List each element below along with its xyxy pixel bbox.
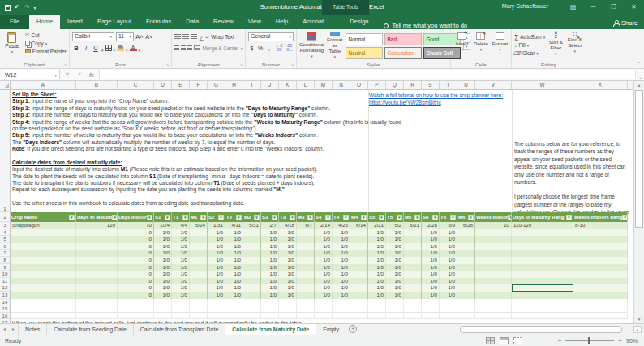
cell[interactable] [350,250,368,257]
cell[interactable] [297,299,315,306]
paste-dropdown-icon[interactable] [11,49,14,54]
cell[interactable]: 1/0 [368,229,386,237]
cell[interactable]: 0 [118,292,154,299]
table-row-6[interactable]: 01/01/01/01/01/01/01/01/01/01/01/01/0 [11,243,628,250]
cell[interactable]: 1/0 [333,271,350,278]
cell[interactable] [297,264,315,271]
fill-button[interactable]: Fill [514,41,545,49]
cell[interactable] [11,299,76,306]
cell[interactable] [512,243,573,250]
sheet-tab-maturity[interactable]: Calculate from Maturity Date [225,324,316,335]
cell[interactable]: 1/0 [261,284,279,292]
cell[interactable]: 1/0 [225,236,243,243]
row-header-2[interactable]: 2 [0,212,10,222]
cell[interactable] [512,305,573,313]
table-header-days-to-maturity-rang[interactable]: Days to Maturity Rang [512,212,573,222]
zoom-out-icon[interactable]: − [558,337,562,344]
cell[interactable] [475,250,512,257]
cell[interactable] [404,271,422,278]
cell[interactable] [404,229,422,237]
table-row-3[interactable]: Snapdragon120701/244/45/241/314/115/312/… [11,222,628,229]
cell[interactable] [350,264,368,271]
expand-formula-bar-icon[interactable] [638,67,642,82]
cell[interactable] [457,243,475,250]
cell[interactable]: 1/0 [172,229,190,237]
cell[interactable]: 1/0 [279,257,297,264]
cell[interactable] [11,271,76,278]
cell[interactable] [475,264,512,271]
table-row-16[interactable] [11,313,628,320]
cell[interactable] [440,305,457,313]
cell[interactable] [573,264,628,271]
cell[interactable] [404,243,422,250]
style-neutral[interactable]: Neutral [346,47,383,59]
cell[interactable] [261,299,279,306]
cell[interactable] [11,257,76,264]
style-normal[interactable]: Normal [346,33,383,45]
table-header-m1[interactable]: M1 [190,212,208,222]
cell[interactable] [333,305,350,313]
cell[interactable] [76,305,118,313]
filter-dropdown-icon[interactable] [112,215,118,220]
style-calculation[interactable]: Calculation [384,47,422,59]
row-header-13[interactable]: 13 [0,292,10,299]
cell[interactable] [243,243,261,250]
cell[interactable]: 1/0 [422,229,440,237]
cell[interactable]: 1/0 [333,236,350,243]
cell[interactable] [512,229,573,237]
cell[interactable] [225,313,243,320]
cell[interactable]: 1/0 [368,236,386,243]
cell[interactable] [512,271,573,278]
cell[interactable]: 1/0 [368,271,386,278]
cell[interactable]: 1/0 [172,243,190,250]
cell[interactable]: 1/24 [154,222,172,229]
table-row-12[interactable]: 01/01/01/01/01/01/01/01/01/01/01/01/0 [11,284,628,292]
cell[interactable] [154,299,172,306]
cell[interactable]: 5/9 [440,222,457,229]
table-row-14[interactable] [11,299,628,306]
table-row-4[interactable]: 01/01/01/01/01/01/01/01/01/01/01/01/0 [11,229,628,237]
filter-dropdown-icon[interactable] [622,215,628,220]
cell[interactable] [457,313,475,320]
ribbon-tab-file[interactable]: File [0,15,29,29]
filter-dropdown-icon[interactable] [182,215,188,220]
cell[interactable]: 1/0 [422,284,440,292]
cell[interactable] [475,257,512,264]
cell[interactable] [11,229,76,237]
minimize-icon[interactable] [583,0,603,15]
percent-format-icon[interactable]: % [257,45,264,51]
cell[interactable]: 1/0 [208,264,225,271]
ribbon-tab-formulas[interactable]: Formulas [139,15,178,29]
zoom-in-icon[interactable]: + [618,337,622,344]
cell[interactable] [404,299,422,306]
cell[interactable]: 1/0 [261,292,279,299]
table-header-s1[interactable]: S1 [154,212,172,222]
cell[interactable]: 1/0 [279,250,297,257]
ribbon-tab-review[interactable]: Review [206,15,241,29]
cell[interactable]: 1/0 [368,257,386,264]
column-header-W[interactable]: W [512,81,573,89]
cell[interactable] [11,313,76,320]
cell[interactable] [190,292,208,299]
table-header-t3[interactable]: T3 [279,212,297,222]
cell[interactable]: 1/0 [261,271,279,278]
cell[interactable] [350,278,368,285]
cell[interactable] [475,305,512,313]
cell[interactable] [457,236,475,243]
cell[interactable]: 1/0 [422,257,440,264]
cell[interactable] [350,292,368,299]
cell[interactable]: 1/0 [315,292,333,299]
row-header-12[interactable]: 12 [0,284,10,292]
cell[interactable]: 1/0 [261,236,279,243]
cell[interactable]: 1/0 [154,278,172,285]
save-icon[interactable] [5,5,11,11]
sheet-tab-seeding[interactable]: Calculate from Seeding Date [47,324,134,335]
align-top-icon[interactable] [174,34,181,39]
decrease-font-icon[interactable]: A˅ [145,33,153,41]
cancel-entry-icon[interactable]: ✕ [62,71,72,78]
merge-center-button[interactable]: Merge & Center [194,44,243,52]
bold-button[interactable]: B [72,45,80,52]
cell[interactable]: 1/0 [315,284,333,292]
cell[interactable] [512,257,573,264]
cell[interactable]: 1/0 [261,278,279,285]
